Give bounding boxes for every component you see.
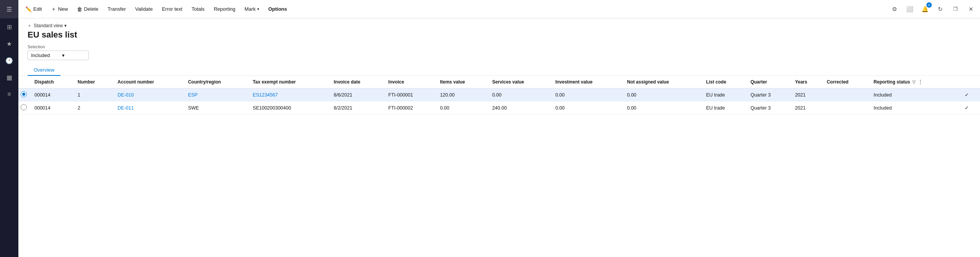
chevron-down-icon: ▾	[64, 23, 67, 28]
filter-icon[interactable]: ⚬	[28, 23, 31, 28]
not-assigned-value-cell: 0.00	[623, 88, 702, 101]
invoice-date-cell: 8/6/2021	[330, 88, 385, 101]
notification-icon[interactable]: 🔔 0	[919, 3, 931, 15]
th-investment-value: Investment value	[552, 76, 623, 88]
edit-icon: ✏️	[25, 6, 32, 12]
row-selector[interactable]	[18, 88, 31, 101]
country-region-cell[interactable]: ESP	[184, 88, 249, 101]
error-text-button[interactable]: Error text	[158, 5, 186, 13]
delete-button[interactable]: 🗑 Delete	[73, 5, 102, 14]
delete-icon: 🗑	[77, 6, 82, 12]
investment-value-cell: 0.00	[552, 88, 623, 101]
checkmark-icon: ✓	[965, 105, 969, 111]
th-invoice: Invoice	[384, 76, 436, 88]
years-cell: 2021	[791, 101, 823, 115]
list-code-cell: EU trade	[702, 101, 746, 115]
number-cell: 2	[74, 101, 114, 115]
row-checkmark-cell: ✓	[961, 101, 980, 115]
page-title: EU sales list	[28, 30, 971, 40]
tax-exempt-number-cell: SE100200300400	[249, 101, 330, 115]
table-header-row: Dispatch Number Account number Country/r…	[18, 76, 980, 88]
page-content: ⚬ Standard view ▾ EU sales list Selectio…	[18, 18, 980, 257]
new-icon: ＋	[51, 6, 56, 13]
totals-button[interactable]: Totals	[188, 5, 208, 13]
th-items-value: Items value	[436, 76, 488, 88]
invoice-date-cell: 8/2/2021	[330, 101, 385, 115]
selection-dropdown[interactable]: Included ▾	[28, 51, 89, 60]
tabs-row: Overview	[28, 65, 971, 75]
items-value-cell: 120.00	[436, 88, 488, 101]
dropdown-chevron-icon: ▾	[62, 52, 65, 58]
th-services-value: Services value	[488, 76, 552, 88]
row-checkmark-cell: ✓	[961, 88, 980, 101]
hamburger-icon[interactable]: ☰	[0, 0, 18, 18]
table-area: Dispatch Number Account number Country/r…	[18, 76, 980, 257]
corrected-cell	[823, 101, 870, 115]
validate-button[interactable]: Validate	[131, 5, 157, 13]
th-reporting-status: Reporting status ▽ ⋮	[870, 76, 961, 88]
th-check	[18, 76, 31, 88]
restore-icon[interactable]: ❐	[949, 3, 962, 15]
settings-icon[interactable]: ⚙	[888, 3, 900, 15]
toolbar: ✏️ Edit ＋ New 🗑 Delete Transfer Validate…	[18, 0, 980, 18]
edit-button[interactable]: ✏️ Edit	[21, 5, 46, 14]
mark-chevron-icon: ▾	[257, 7, 259, 11]
tab-overview[interactable]: Overview	[28, 65, 60, 76]
quarter-cell: Quarter 3	[746, 101, 791, 115]
transfer-button[interactable]: Transfer	[104, 5, 130, 13]
row-radio[interactable]	[21, 104, 27, 110]
reporting-button[interactable]: Reporting	[210, 5, 239, 13]
th-not-assigned-value: Not assigned value	[623, 76, 702, 88]
invoice-cell: FTI-000002	[384, 101, 436, 115]
new-button[interactable]: ＋ New	[47, 4, 72, 14]
th-dispatch: Dispatch	[31, 76, 74, 88]
country-region-cell: SWE	[184, 101, 249, 115]
th-quarter: Quarter	[746, 76, 791, 88]
row-selector[interactable]	[18, 101, 31, 115]
th-account-number: Account number	[114, 76, 184, 88]
checkmark-icon: ✓	[965, 92, 969, 98]
services-value-cell: 0.00	[488, 88, 552, 101]
table-row[interactable]: 0000142DE-011SWESE1002003004008/2/2021FT…	[18, 101, 980, 115]
items-value-cell: 0.00	[436, 101, 488, 115]
panel-icon[interactable]: ⬜	[903, 3, 916, 15]
invoice-cell: FTI-000001	[384, 88, 436, 101]
services-value-cell: 240.00	[488, 101, 552, 115]
close-icon[interactable]: ✕	[965, 3, 977, 15]
dispatch-cell: 000014	[31, 88, 74, 101]
grid-icon[interactable]: ▦	[0, 69, 18, 86]
th-number: Number	[74, 76, 114, 88]
reporting-status-filter-icon[interactable]: ▽	[912, 80, 915, 85]
account-number-cell[interactable]: DE-010	[114, 88, 184, 101]
reporting-status-cell: Included	[870, 88, 961, 101]
home-icon[interactable]: ⊞	[0, 18, 18, 35]
table-row[interactable]: 0000141DE-010ESPES12345678/6/2021FTI-000…	[18, 88, 980, 101]
th-years: Years	[791, 76, 823, 88]
th-country-region: Country/region	[184, 76, 249, 88]
reporting-status-cell: Included	[870, 101, 961, 115]
sidebar: ☰ ⊞ ★ 🕐 ▦ ≡	[0, 0, 18, 257]
th-list-code: List code	[702, 76, 746, 88]
th-corrected: Corrected	[823, 76, 870, 88]
notification-badge-count: 0	[926, 2, 932, 8]
toolbar-right-icons: ⚙ ⬜ 🔔 0 ↻ ❐ ✕	[888, 3, 977, 15]
refresh-icon[interactable]: ↻	[934, 3, 946, 15]
standard-view-selector[interactable]: Standard view ▾	[34, 23, 67, 28]
list-icon[interactable]: ≡	[0, 86, 18, 103]
tax-exempt-number-cell[interactable]: ES1234567	[249, 88, 330, 101]
filter-row: ⚬ Standard view ▾	[28, 23, 971, 28]
account-number-cell[interactable]: DE-011	[114, 101, 184, 115]
row-radio[interactable]	[21, 91, 27, 97]
recent-icon[interactable]: 🕐	[0, 52, 18, 69]
main-content: ✏️ Edit ＋ New 🗑 Delete Transfer Validate…	[18, 0, 980, 257]
not-assigned-value-cell: 0.00	[623, 101, 702, 115]
th-invoice-date: Invoice date	[330, 76, 385, 88]
mark-button[interactable]: Mark ▾	[241, 5, 263, 13]
number-cell: 1	[74, 88, 114, 101]
options-button[interactable]: Options	[265, 5, 291, 13]
star-icon[interactable]: ★	[0, 35, 18, 52]
selection-label: Selection	[28, 44, 971, 49]
corrected-cell	[823, 88, 870, 101]
quarter-cell: Quarter 3	[746, 88, 791, 101]
column-more-icon[interactable]: ⋮	[918, 79, 923, 85]
